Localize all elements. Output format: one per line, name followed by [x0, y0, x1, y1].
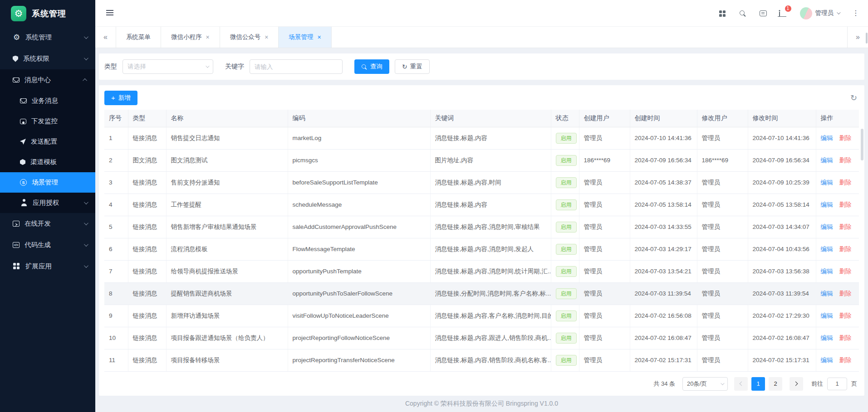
apps-grid-icon[interactable]	[718, 9, 726, 17]
reset-button[interactable]: 重置	[395, 59, 430, 74]
status-badge: 启用	[556, 244, 577, 255]
sidebar-item-send-config[interactable]: 发送配置	[0, 131, 95, 152]
sidebar-item-system-management[interactable]: 系统管理	[0, 27, 95, 48]
avatar	[800, 7, 812, 19]
cell-actions: 编辑删除	[816, 260, 859, 282]
sidebar-item-business-message[interactable]: 业务消息	[0, 91, 95, 111]
edit-link[interactable]: 编辑	[821, 290, 833, 297]
cell-actions: 编辑删除	[816, 282, 859, 305]
table-row: 10链接消息项目报备跟进通知场景（给负责人）projectReportingFo…	[104, 327, 859, 349]
prev-page-button[interactable]	[734, 377, 748, 391]
delete-link[interactable]: 删除	[839, 268, 852, 275]
edit-link[interactable]: 编辑	[821, 179, 833, 186]
cell-keywords: 消息链接,标题,内容	[430, 127, 551, 149]
column-header-type: 类型	[128, 110, 166, 127]
edit-link[interactable]: 编辑	[821, 135, 833, 141]
cell-status: 启用	[551, 305, 579, 327]
sidebar-item-label: 发送配置	[31, 137, 87, 146]
sidebar-item-scene-management[interactable]: S场景管理	[0, 172, 95, 193]
cell-creator: 管理员	[579, 194, 630, 216]
tab-wechat-miniprogram[interactable]: 微信小程序×	[161, 27, 220, 48]
edit-link[interactable]: 编辑	[821, 157, 833, 164]
tab-scene-management[interactable]: 场景管理×	[279, 27, 331, 48]
sidebar-item-channel-template[interactable]: 渠道模板	[0, 152, 95, 172]
menu-fold-icon[interactable]	[106, 9, 113, 17]
delete-link[interactable]: 删除	[839, 135, 852, 141]
status-badge: 启用	[556, 266, 577, 277]
edit-link[interactable]: 编辑	[821, 246, 833, 252]
cell-name: 给领导商机提报推送场景	[166, 260, 288, 282]
tab-bar: 系统菜单微信小程序×微信公众号×场景管理×	[95, 27, 868, 48]
cell-keywords: 消息链接,标题,内容,消息时间,发起人	[430, 238, 551, 260]
edit-link[interactable]: 编辑	[821, 268, 833, 275]
notification-bell-icon[interactable]: 1	[780, 9, 788, 17]
keyword-input[interactable]	[250, 59, 343, 74]
search-button[interactable]: 查询	[354, 59, 389, 74]
cell-status: 启用	[551, 194, 579, 216]
cell-creator: 管理员	[579, 238, 630, 260]
scrollbar-thumb[interactable]	[866, 33, 868, 44]
delete-link[interactable]: 删除	[839, 201, 852, 208]
sidebar-item-dispatch-monitor[interactable]: 下发监控	[0, 111, 95, 131]
message-icon[interactable]	[759, 9, 767, 17]
tabs-scroll-right-button[interactable]	[847, 27, 868, 48]
tab-system-menu[interactable]: 系统菜单	[116, 27, 161, 48]
cell-seq: 8	[104, 282, 128, 305]
edit-link[interactable]: 编辑	[821, 357, 833, 364]
delete-link[interactable]: 删除	[839, 157, 852, 164]
more-options-icon[interactable]	[852, 9, 860, 17]
sidebar-item-code-generation[interactable]: 代码生成	[0, 234, 95, 256]
close-icon[interactable]: ×	[265, 34, 268, 40]
cell-modifier: 管理员	[697, 127, 748, 149]
table-row: 3链接消息售前支持分派通知beforeSaleSupportListTempla…	[104, 171, 859, 194]
delete-link[interactable]: 删除	[839, 246, 852, 252]
tab-wechat-official[interactable]: 微信公众号×	[220, 27, 279, 48]
next-page-button[interactable]	[790, 377, 803, 391]
user-menu[interactable]: 管理员	[800, 7, 840, 19]
chevron-down-icon	[837, 10, 840, 14]
type-select[interactable]: 请选择	[123, 59, 213, 74]
apps-icon	[13, 262, 20, 270]
close-icon[interactable]: ×	[206, 34, 210, 40]
delete-link[interactable]: 删除	[839, 357, 852, 364]
close-icon[interactable]: ×	[317, 34, 321, 40]
sidebar-item-app-authorization[interactable]: 应用授权	[0, 193, 95, 213]
cell-modify-time: 2024-07-09 16:56:34	[748, 149, 816, 171]
gear-icon	[13, 34, 20, 41]
search-icon[interactable]	[739, 9, 747, 17]
edit-link[interactable]: 编辑	[821, 312, 833, 319]
status-badge: 启用	[556, 355, 577, 366]
add-button[interactable]: 新增	[104, 91, 137, 105]
cube-icon	[20, 159, 25, 165]
delete-link[interactable]: 删除	[839, 290, 852, 297]
table-scrollbar-thumb[interactable]	[861, 129, 863, 160]
edit-link[interactable]: 编辑	[821, 201, 833, 208]
refresh-table-icon[interactable]	[850, 94, 857, 102]
table-row: 1链接消息销售提交日志通知marketLog消息链接,标题,内容启用管理员202…	[104, 127, 859, 149]
delete-link[interactable]: 删除	[839, 312, 852, 319]
tabs-scroll-left-button[interactable]	[95, 27, 116, 48]
delete-link[interactable]: 删除	[839, 179, 852, 186]
page-size-select[interactable]: 20条/页	[682, 377, 728, 391]
chevron-left-icon	[740, 382, 744, 386]
edit-link[interactable]: 编辑	[821, 223, 833, 230]
page-button-2[interactable]: 2	[769, 377, 782, 391]
goto-page-input[interactable]	[827, 378, 847, 390]
filter-bar: 类型 请选择 关键字 查询 重置	[99, 53, 864, 80]
sidebar-item-extended-apps[interactable]: 扩展应用	[0, 256, 95, 277]
sidebar-item-system-permission[interactable]: 系统权限	[0, 48, 95, 69]
delete-link[interactable]: 删除	[839, 334, 852, 341]
cell-name: 新增拜访通知场景	[166, 305, 288, 327]
cell-type: 链接消息	[128, 260, 166, 282]
cell-keywords: 消息链接,分配时间,消息时间,客户名称,标...	[430, 282, 551, 305]
chevron-down-icon	[721, 381, 724, 385]
sidebar-item-online-dev[interactable]: 在线开发	[0, 213, 95, 234]
sidebar-submenu: 业务消息下发监控发送配置渠道模板S场景管理应用授权	[0, 91, 95, 213]
sidebar-item-message-center[interactable]: 消息中心	[0, 69, 95, 91]
delete-link[interactable]: 删除	[839, 223, 852, 230]
cell-create-time: 2024-07-05 14:38:37	[630, 171, 697, 194]
page-button-1[interactable]: 1	[751, 377, 765, 391]
cell-status: 启用	[551, 127, 579, 149]
cell-creator: 管理员	[579, 327, 630, 349]
edit-link[interactable]: 编辑	[821, 334, 833, 341]
